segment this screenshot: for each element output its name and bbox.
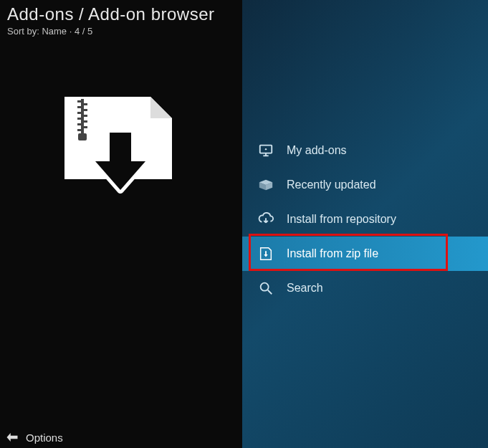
svg-rect-10 [84, 126, 87, 128]
svg-rect-4 [84, 109, 87, 111]
svg-rect-2 [84, 103, 87, 105]
svg-rect-9 [77, 123, 81, 125]
side-panel: Add-ons / Add-on browser Sort by: Name ·… [0, 0, 242, 448]
menu-item-label: Install from zip file [287, 247, 378, 260]
sort-prefix: Sort by: [7, 26, 42, 37]
menu-item-label: My add-ons [287, 144, 347, 157]
svg-rect-7 [77, 118, 81, 120]
breadcrumb: Add-ons / Add-on browser [7, 4, 235, 24]
menu-list: My add-ons Recently updated [242, 133, 488, 305]
sort-line: Sort by: Name · 4 / 5 [7, 26, 235, 37]
menu-item-search[interactable]: Search [242, 271, 488, 305]
options-arrow-icon [6, 431, 19, 444]
svg-rect-1 [77, 100, 81, 103]
sort-value: Name [42, 26, 67, 37]
svg-rect-5 [77, 112, 81, 114]
main-panel: My add-ons Recently updated [242, 0, 488, 448]
monitor-icon [258, 143, 274, 158]
cloud-download-icon [258, 211, 274, 227]
box-open-icon [258, 177, 274, 193]
svg-point-16 [265, 148, 267, 150]
svg-rect-6 [84, 115, 87, 117]
svg-rect-11 [77, 129, 81, 131]
svg-rect-3 [77, 106, 81, 108]
svg-point-17 [261, 283, 269, 291]
menu-item-install-repository[interactable]: Install from repository [242, 202, 488, 237]
svg-rect-0 [81, 99, 84, 135]
svg-rect-12 [78, 133, 87, 140]
menu-item-recently-updated[interactable]: Recently updated [242, 168, 488, 202]
options-button[interactable]: Options [6, 431, 63, 444]
menu-item-label: Install from repository [287, 213, 396, 226]
options-label: Options [26, 432, 63, 444]
zip-install-icon [258, 246, 274, 262]
header: Add-ons / Add-on browser Sort by: Name ·… [0, 0, 242, 37]
zip-file-artwork [61, 93, 176, 194]
svg-line-18 [268, 290, 272, 295]
menu-item-my-addons[interactable]: My add-ons [242, 133, 488, 168]
app-root: Add-ons / Add-on browser Sort by: Name ·… [0, 0, 488, 448]
menu-item-install-zip[interactable]: Install from zip file [242, 237, 488, 271]
menu-item-label: Recently updated [287, 178, 376, 191]
svg-rect-8 [84, 120, 87, 123]
menu-item-label: Search [287, 282, 323, 295]
list-position: 4 / 5 [75, 26, 92, 37]
sort-separator: · [67, 26, 75, 37]
search-icon [258, 280, 274, 296]
